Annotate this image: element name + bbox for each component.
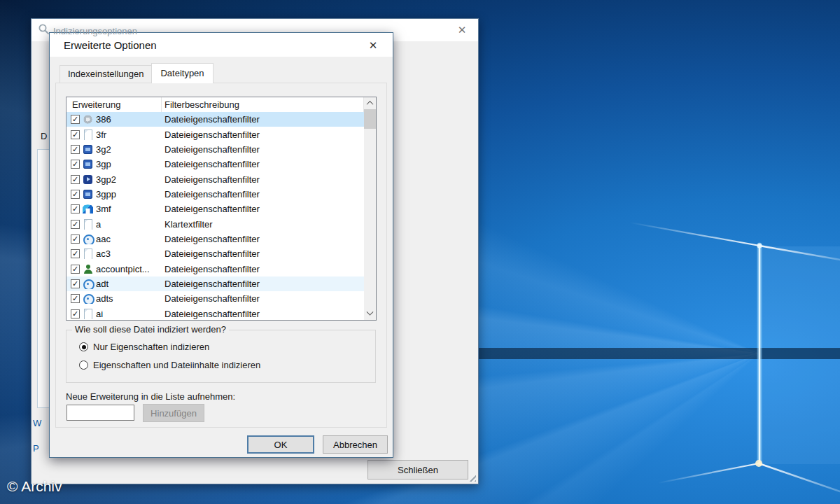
extension-label: 3gp <box>96 159 111 169</box>
filter-description: Dateieigenschaftenfilter <box>162 159 364 169</box>
table-row[interactable]: ✓ 3gp Dateieigenschaftenfilter <box>66 157 364 172</box>
file-type-icon <box>83 234 93 244</box>
table-row[interactable]: ✓ adt Dateieigenschaftenfilter <box>66 276 364 291</box>
extension-label: ai <box>96 309 103 319</box>
file-type-icon <box>83 204 93 214</box>
extension-label: ac3 <box>96 248 111 259</box>
filter-description: Dateieigenschaftenfilter <box>162 174 364 185</box>
filter-description: Dateieigenschaftenfilter <box>162 204 364 214</box>
close-icon[interactable]: ✕ <box>451 23 472 37</box>
index-mode-groupbox: Wie soll diese Datei indiziert werden? N… <box>66 330 376 383</box>
table-row[interactable]: ✓ adts Dateieigenschaftenfilter <box>66 291 364 306</box>
checkbox-checked-icon[interactable]: ✓ <box>71 294 80 303</box>
archive-watermark: © Archiv <box>7 478 62 495</box>
checkbox-checked-icon[interactable]: ✓ <box>71 145 80 154</box>
file-type-list: Erweiterung Filterbeschreibung ✓ 386 Dat… <box>66 97 377 321</box>
filter-description: Dateieigenschaftenfilter <box>162 114 364 125</box>
filter-description: Dateieigenschaftenfilter <box>162 264 364 274</box>
troubleshoot-link-fragment[interactable]: P <box>33 443 39 454</box>
table-row[interactable]: ✓ 3gpp Dateieigenschaftenfilter <box>66 187 364 202</box>
table-row[interactable]: ✓ 3mf Dateieigenschaftenfilter <box>66 202 364 216</box>
filter-description: Dateieigenschaftenfilter <box>162 144 364 155</box>
table-row[interactable]: ✓ accountpict... Dateieigenschaftenfilte… <box>66 262 364 276</box>
table-row[interactable]: ✓ 3fr Dateieigenschaftenfilter <box>66 127 364 141</box>
add-extension-label: Neue Erweiterung in die Liste aufnehmen: <box>66 391 235 402</box>
table-row[interactable]: ✓ 3g2 Dateieigenschaftenfilter <box>66 142 364 157</box>
extension-label: 3gpp <box>96 189 116 200</box>
background-dialog-title: Indizierungsoptionen <box>53 26 137 36</box>
filter-description: Dateieigenschaftenfilter <box>162 234 364 244</box>
scroll-down-icon[interactable] <box>364 308 376 320</box>
list-header: Erweiterung Filterbeschreibung <box>66 97 364 112</box>
scrollbar-thumb[interactable] <box>364 109 376 129</box>
file-type-icon <box>83 114 93 125</box>
dialog-title: Erweiterte Optionen <box>64 39 157 51</box>
filter-description: Dateieigenschaftenfilter <box>162 293 364 304</box>
column-header-erweiterung[interactable]: Erweiterung <box>66 97 162 112</box>
table-row[interactable]: ✓ 3gp2 Dateieigenschaftenfilter <box>66 172 364 186</box>
tab-dateitypen[interactable]: Dateitypen <box>151 63 213 83</box>
filter-description: Dateieigenschaftenfilter <box>162 248 364 259</box>
filter-description: Dateieigenschaftenfilter <box>162 309 364 319</box>
checkbox-checked-icon[interactable]: ✓ <box>71 234 80 244</box>
abbrechen-button[interactable]: Abbrechen <box>323 435 388 454</box>
schliessen-button[interactable]: Schließen <box>368 460 468 479</box>
file-type-icon <box>83 264 93 274</box>
file-type-icon <box>83 309 93 319</box>
file-type-icon <box>83 189 93 200</box>
file-type-icon <box>83 144 93 155</box>
table-row[interactable]: ✓ ac3 Dateieigenschaftenfilter <box>66 246 364 261</box>
file-type-icon <box>83 159 93 169</box>
checkbox-checked-icon[interactable]: ✓ <box>71 130 80 139</box>
extension-label: adt <box>96 279 108 289</box>
checkbox-checked-icon[interactable]: ✓ <box>71 265 80 274</box>
filter-description: Dateieigenschaftenfilter <box>162 279 364 289</box>
checkbox-checked-icon[interactable]: ✓ <box>71 160 80 169</box>
hinzufuegen-button[interactable]: Hinzufügen <box>143 404 204 422</box>
file-type-list-rows: ✓ 386 Dateieigenschaftenfilter ✓ 3fr Dat… <box>66 112 364 321</box>
radio-label: Nur Eigenschaften indizieren <box>93 342 209 352</box>
filter-description: Klartextfilter <box>162 219 364 230</box>
tab-strip: Indexeinstellungen Dateitypen <box>59 62 214 83</box>
filter-description: Dateieigenschaftenfilter <box>162 189 364 200</box>
checkbox-checked-icon[interactable]: ✓ <box>71 309 80 318</box>
table-row[interactable]: ✓ 386 Dateieigenschaftenfilter <box>66 112 364 127</box>
clipped-label-fragment: D <box>41 131 47 141</box>
table-row[interactable]: ✓ aac Dateieigenschaftenfilter <box>66 232 364 246</box>
table-row[interactable]: ✓ ai Dateieigenschaftenfilter <box>66 307 364 321</box>
checkbox-checked-icon[interactable]: ✓ <box>71 279 80 288</box>
extension-label: a <box>96 219 101 230</box>
magnifier-icon <box>38 23 50 35</box>
column-header-filterbeschreibung[interactable]: Filterbeschreibung <box>162 97 364 112</box>
radio-properties-only[interactable]: Nur Eigenschaften indizieren <box>79 342 209 352</box>
file-type-icon <box>83 279 93 289</box>
help-link-fragment[interactable]: W <box>33 418 41 428</box>
radio-unselected-icon[interactable] <box>79 360 88 370</box>
ok-button[interactable]: OK <box>247 435 314 454</box>
checkbox-checked-icon[interactable]: ✓ <box>71 115 80 124</box>
file-type-icon <box>83 248 93 259</box>
file-type-icon <box>83 219 93 230</box>
checkbox-checked-icon[interactable]: ✓ <box>71 204 80 214</box>
groupbox-label: Wie soll diese Datei indiziert werden? <box>72 324 229 335</box>
checkbox-checked-icon[interactable]: ✓ <box>71 249 80 258</box>
table-row[interactable]: ✓ a Klartextfilter <box>66 217 364 232</box>
radio-selected-icon[interactable] <box>79 342 88 351</box>
new-extension-input[interactable] <box>66 405 134 421</box>
file-type-icon <box>83 174 93 185</box>
checkbox-checked-icon[interactable]: ✓ <box>71 175 80 184</box>
checkbox-checked-icon[interactable]: ✓ <box>71 190 80 199</box>
file-type-icon <box>83 130 93 140</box>
checkbox-checked-icon[interactable]: ✓ <box>71 220 80 229</box>
radio-properties-and-contents[interactable]: Eigenschaften und Dateiinhalte indiziere… <box>79 360 260 370</box>
extension-label: 3mf <box>96 204 111 214</box>
close-icon[interactable]: ✕ <box>362 38 384 53</box>
extension-label: accountpict... <box>96 264 150 274</box>
extension-label: 3gp2 <box>96 174 116 185</box>
filter-description: Dateieigenschaftenfilter <box>162 130 364 140</box>
file-type-icon <box>83 293 93 304</box>
tab-indexeinstellungen[interactable]: Indexeinstellungen <box>59 65 152 83</box>
dateitypen-tab-panel: Erweiterung Filterbeschreibung ✓ 386 Dat… <box>55 83 387 428</box>
scroll-up-icon[interactable] <box>364 97 376 109</box>
vertical-scrollbar[interactable] <box>364 97 376 320</box>
